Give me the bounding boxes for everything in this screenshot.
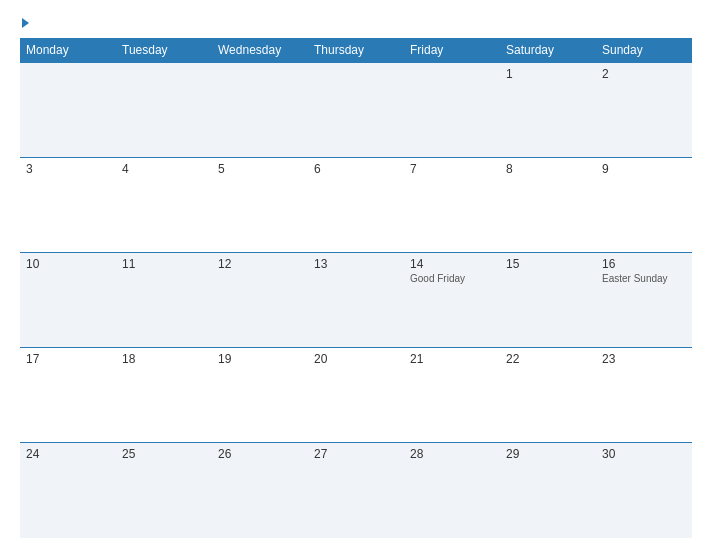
day-number: 20 — [314, 352, 398, 366]
calendar-cell: 14Good Friday — [404, 253, 500, 348]
calendar-cell: 2 — [596, 63, 692, 158]
weekday-header: Wednesday — [212, 38, 308, 63]
day-number: 12 — [218, 257, 302, 271]
calendar-cell: 15 — [500, 253, 596, 348]
calendar-cell: 6 — [308, 158, 404, 253]
day-number: 9 — [602, 162, 686, 176]
calendar-cell: 22 — [500, 348, 596, 443]
calendar-cell: 3 — [20, 158, 116, 253]
calendar-cell: 11 — [116, 253, 212, 348]
day-number: 23 — [602, 352, 686, 366]
logo — [20, 18, 29, 28]
calendar-cell: 7 — [404, 158, 500, 253]
day-event: Good Friday — [410, 273, 494, 284]
day-number: 26 — [218, 447, 302, 461]
calendar-cell: 27 — [308, 443, 404, 538]
calendar-week-row: 1011121314Good Friday1516Easter Sunday — [20, 253, 692, 348]
calendar-cell: 24 — [20, 443, 116, 538]
day-number: 18 — [122, 352, 206, 366]
calendar-cell: 16Easter Sunday — [596, 253, 692, 348]
calendar-cell — [116, 63, 212, 158]
day-number: 8 — [506, 162, 590, 176]
day-number: 7 — [410, 162, 494, 176]
calendar-cell: 20 — [308, 348, 404, 443]
day-number: 2 — [602, 67, 686, 81]
day-number: 30 — [602, 447, 686, 461]
weekday-row: MondayTuesdayWednesdayThursdayFridaySatu… — [20, 38, 692, 63]
calendar-cell: 5 — [212, 158, 308, 253]
header — [20, 18, 692, 28]
calendar-week-row: 12 — [20, 63, 692, 158]
weekday-header: Tuesday — [116, 38, 212, 63]
calendar-cell: 9 — [596, 158, 692, 253]
day-number: 22 — [506, 352, 590, 366]
calendar-cell — [404, 63, 500, 158]
calendar-header: MondayTuesdayWednesdayThursdayFridaySatu… — [20, 38, 692, 63]
day-number: 17 — [26, 352, 110, 366]
day-number: 29 — [506, 447, 590, 461]
calendar-cell — [212, 63, 308, 158]
calendar-cell: 4 — [116, 158, 212, 253]
logo-triangle-icon — [22, 18, 29, 28]
calendar-cell: 10 — [20, 253, 116, 348]
calendar-table: MondayTuesdayWednesdayThursdayFridaySatu… — [20, 38, 692, 538]
calendar-cell: 21 — [404, 348, 500, 443]
calendar-cell: 28 — [404, 443, 500, 538]
calendar-cell: 30 — [596, 443, 692, 538]
weekday-header: Monday — [20, 38, 116, 63]
day-event: Easter Sunday — [602, 273, 686, 284]
day-number: 10 — [26, 257, 110, 271]
day-number: 19 — [218, 352, 302, 366]
day-number: 5 — [218, 162, 302, 176]
day-number: 24 — [26, 447, 110, 461]
day-number: 11 — [122, 257, 206, 271]
calendar-cell: 18 — [116, 348, 212, 443]
calendar-cell: 1 — [500, 63, 596, 158]
calendar-cell: 25 — [116, 443, 212, 538]
day-number: 4 — [122, 162, 206, 176]
calendar-week-row: 17181920212223 — [20, 348, 692, 443]
calendar-cell: 29 — [500, 443, 596, 538]
weekday-header: Saturday — [500, 38, 596, 63]
calendar-cell: 17 — [20, 348, 116, 443]
weekday-header: Sunday — [596, 38, 692, 63]
calendar-cell: 26 — [212, 443, 308, 538]
day-number: 6 — [314, 162, 398, 176]
day-number: 27 — [314, 447, 398, 461]
calendar-cell: 23 — [596, 348, 692, 443]
day-number: 1 — [506, 67, 590, 81]
day-number: 25 — [122, 447, 206, 461]
calendar-week-row: 3456789 — [20, 158, 692, 253]
calendar-body: 1234567891011121314Good Friday1516Easter… — [20, 63, 692, 539]
calendar-cell: 13 — [308, 253, 404, 348]
calendar-page: MondayTuesdayWednesdayThursdayFridaySatu… — [0, 0, 712, 550]
day-number: 14 — [410, 257, 494, 271]
calendar-cell: 8 — [500, 158, 596, 253]
day-number: 16 — [602, 257, 686, 271]
weekday-header: Thursday — [308, 38, 404, 63]
weekday-header: Friday — [404, 38, 500, 63]
day-number: 15 — [506, 257, 590, 271]
calendar-cell: 12 — [212, 253, 308, 348]
calendar-cell — [308, 63, 404, 158]
day-number: 28 — [410, 447, 494, 461]
day-number: 21 — [410, 352, 494, 366]
calendar-week-row: 24252627282930 — [20, 443, 692, 538]
calendar-cell — [20, 63, 116, 158]
calendar-cell: 19 — [212, 348, 308, 443]
day-number: 13 — [314, 257, 398, 271]
logo-blue-text — [20, 18, 29, 28]
day-number: 3 — [26, 162, 110, 176]
